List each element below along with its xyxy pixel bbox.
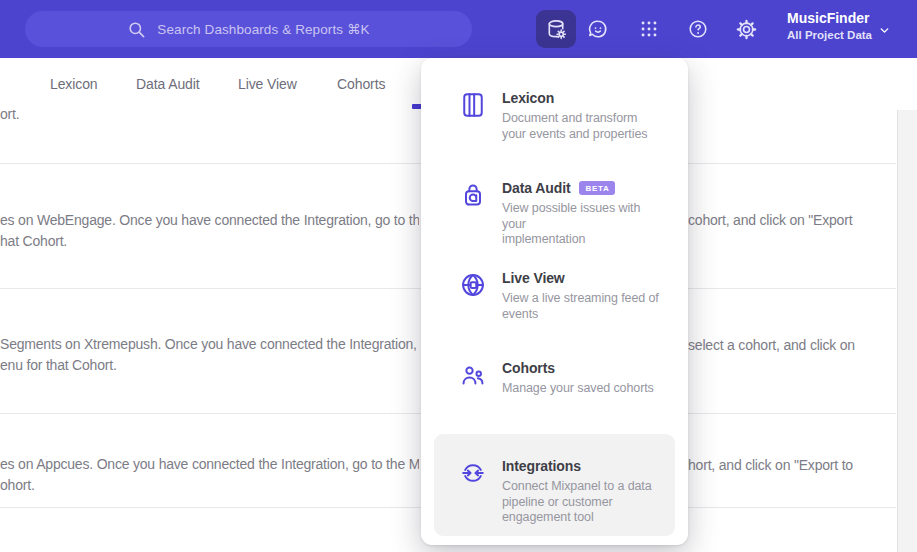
settings-gear-icon xyxy=(735,18,758,41)
chevron-down-icon[interactable] xyxy=(875,21,893,39)
row-text-fragment: es on WebEngage. Once you have connected… xyxy=(0,210,419,230)
book-icon xyxy=(459,91,487,119)
data-management-icon xyxy=(545,18,568,41)
project-scope: All Project Data xyxy=(787,28,872,43)
row-text-fragment: hat Cohort. xyxy=(0,231,67,251)
audit-lock-icon xyxy=(459,181,487,209)
top-nav: Search Dashboards & Reports ⌘K xyxy=(0,0,917,58)
settings-button[interactable] xyxy=(726,10,766,48)
help-icon xyxy=(687,18,709,40)
help-button[interactable] xyxy=(678,10,718,48)
row-text-fragment: select a cohort, and click on xyxy=(688,335,855,355)
menu-item-description: Manage your saved cohorts xyxy=(502,381,654,397)
scrollbar-track[interactable] xyxy=(897,110,917,552)
tab-cohorts[interactable]: Cohorts xyxy=(337,58,385,110)
apps-button[interactable] xyxy=(629,10,669,48)
row-text-fragment: es on Appcues. Once you have connected t… xyxy=(0,454,419,474)
tab-data-audit[interactable]: Data Audit xyxy=(136,58,200,110)
row-text-fragment: ohort. xyxy=(0,475,35,495)
row-text-fragment: Segments on Xtremepush. Once you have co… xyxy=(0,334,417,354)
menu-item-description: Connect Mixpanel to a data pipeline or c… xyxy=(502,479,652,526)
tab-live-view[interactable]: Live View xyxy=(238,58,297,110)
menu-item-title: Live View xyxy=(502,270,565,286)
apps-grid-icon xyxy=(638,18,660,40)
project-switcher[interactable]: MusicFinder All Project Data xyxy=(787,8,872,43)
search-icon xyxy=(127,20,146,39)
mixpanel-app: ort. es on WebEngage. Once you have conn… xyxy=(0,0,917,552)
menu-item-integrations[interactable]: Integrations Connect Mixpanel to a data … xyxy=(434,434,675,536)
feedback-button[interactable] xyxy=(578,10,618,48)
menu-item-data-audit[interactable]: Data Audit BETA View possible issues wit… xyxy=(434,164,675,254)
people-icon xyxy=(459,361,487,389)
menu-item-title: Cohorts xyxy=(502,360,555,376)
sync-arrows-icon xyxy=(459,459,487,487)
menu-item-title: Lexicon xyxy=(502,90,554,106)
tab-lexicon[interactable]: Lexicon xyxy=(50,58,98,110)
menu-item-description: View possible issues with your implement… xyxy=(502,201,663,248)
menu-item-description: View a live streaming feed of events xyxy=(502,291,659,322)
row-text-fragment: hort, and click on "Export to xyxy=(688,455,853,475)
data-management-button[interactable] xyxy=(536,10,576,48)
globe-icon xyxy=(459,271,487,299)
menu-item-cohorts[interactable]: Cohorts Manage your saved cohorts xyxy=(434,344,675,434)
menu-item-title: Integrations xyxy=(502,458,581,474)
data-management-dropdown: Lexicon Document and transform your even… xyxy=(421,58,688,545)
menu-item-live-view[interactable]: Live View View a live streaming feed of … xyxy=(434,254,675,344)
project-name: MusicFinder xyxy=(787,8,872,28)
row-text-fragment: enu for that Cohort. xyxy=(0,355,117,375)
feedback-bubble-icon xyxy=(587,18,609,40)
row-text-fragment: cohort, and click on "Export xyxy=(688,210,852,230)
menu-item-lexicon[interactable]: Lexicon Document and transform your even… xyxy=(434,74,675,164)
search-input[interactable]: Search Dashboards & Reports ⌘K xyxy=(25,11,472,47)
menu-item-title: Data Audit xyxy=(502,180,570,196)
beta-badge: BETA xyxy=(579,181,615,195)
menu-item-description: Document and transform your events and p… xyxy=(502,111,647,142)
search-placeholder: Search Dashboards & Reports ⌘K xyxy=(157,21,369,37)
